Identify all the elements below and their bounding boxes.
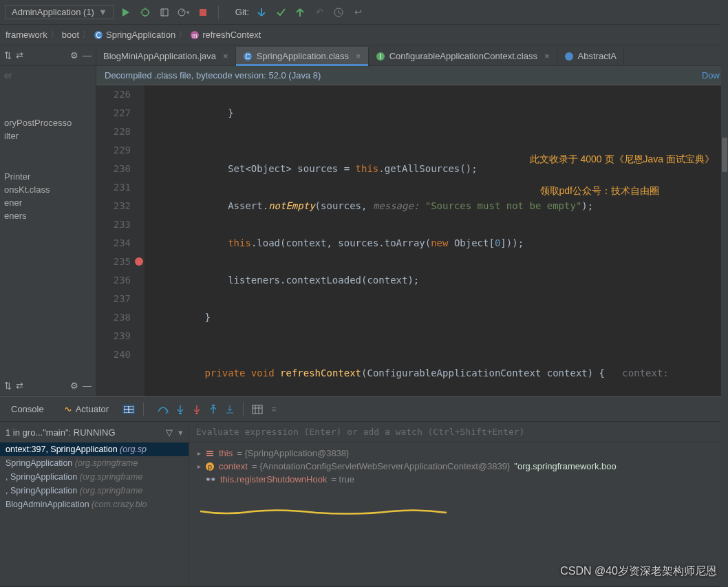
minimize-icon[interactable]: — — [83, 50, 92, 61]
tree-item[interactable]: onsKt.class — [0, 183, 96, 196]
frame-item[interactable]: SpringApplication (org.springframe — [0, 456, 189, 470]
debug-body: 1 in gro..."main": RUNNING ▽ ▾ ontext:39… — [0, 422, 728, 586]
coverage-icon[interactable] — [158, 6, 171, 19]
tree-item[interactable]: ilter — [0, 129, 96, 142]
debug-toolbar: Console Actuator ≡ — [0, 397, 728, 422]
tree-item[interactable]: ener — [0, 196, 96, 209]
layout-icon[interactable] — [122, 405, 135, 414]
step-out-icon[interactable] — [208, 405, 218, 414]
variable-row[interactable]: ▸ 👓 this.registerShutdownHook = true — [195, 473, 722, 486]
filter-icon[interactable]: ▽ — [166, 427, 173, 438]
frame-item[interactable]: ontext:397, SpringApplication (org.sp — [0, 442, 189, 456]
svg-point-12 — [565, 52, 573, 61]
structure-toolbar-2: ⇅ ⇄ ⚙ — — [0, 376, 96, 396]
run-config-combo[interactable]: AdminApplication (1) ▼ — [6, 5, 114, 19]
tab-file[interactable]: IConfigurableApplicationContext.class× — [369, 47, 557, 65]
evaluate-input[interactable]: Evaluate expression (Enter) or add a wat… — [189, 422, 728, 442]
code-line: private void refreshContext(Configurable… — [144, 364, 728, 383]
breadcrumb-item[interactable]: framework — [6, 30, 47, 40]
force-step-into-icon[interactable] — [192, 405, 202, 414]
filter-icon[interactable]: ⇄ — [16, 50, 23, 61]
debug-panel: Console Actuator ≡ 1 in gro..."main": RU… — [0, 396, 728, 586]
frame-item[interactable]: , SpringApplication (org.springframe — [0, 470, 189, 484]
run-to-cursor-icon[interactable] — [225, 405, 235, 414]
svg-rect-20 — [206, 455, 213, 456]
download-sources-link[interactable]: Dow — [702, 70, 720, 81]
tab-file[interactable]: AbstractA — [557, 47, 624, 65]
thread-selector[interactable]: 1 in gro..."main": RUNNING ▽ ▾ — [0, 422, 189, 442]
step-into-icon[interactable] — [175, 405, 185, 414]
profile-icon[interactable]: ▾ — [177, 6, 191, 19]
chevron-down-icon: ▼ — [98, 7, 107, 17]
frames-list[interactable]: ontext:397, SpringApplication (org.spSpr… — [0, 442, 189, 586]
git-label: Git: — [235, 7, 249, 17]
chevron-right-icon: 〉 — [82, 29, 91, 41]
code-line: listeners.contextLoaded(context); — [144, 271, 728, 290]
line-gutter[interactable]: 2262272282292302312322332342352362372382… — [96, 85, 144, 396]
git-push-icon[interactable] — [293, 6, 307, 19]
separator — [218, 6, 219, 19]
code-line: this.load(context, sources.toArray(new O… — [144, 234, 728, 253]
chevron-right-icon: 〉 — [50, 29, 59, 41]
chevron-down-icon[interactable]: ▾ — [178, 427, 183, 438]
variables-panel: Evaluate expression (Enter) or add a wat… — [189, 422, 728, 586]
git-pull-icon[interactable] — [255, 6, 268, 19]
frame-item[interactable]: , SpringApplication (org.springframe — [0, 484, 189, 498]
gear-icon[interactable]: ⚙ — [70, 50, 78, 61]
evaluate-icon[interactable] — [252, 405, 263, 414]
variable-row[interactable]: ▸ p context = {AnnotationConfigServletWe… — [195, 460, 722, 473]
git-revert-icon[interactable]: ↩ — [351, 6, 365, 19]
svg-text:p: p — [208, 463, 212, 471]
editor-body[interactable]: 2262272282292302312322332342352362372382… — [96, 85, 728, 396]
breadcrumb-item[interactable]: mrefreshContext — [190, 30, 261, 40]
gear-icon[interactable]: ⚙ — [70, 381, 78, 391]
stop-icon[interactable] — [196, 6, 210, 19]
breadcrumb: framework 〉 boot 〉 CSpringApplication 〉 … — [0, 25, 728, 45]
tree-item[interactable]: er — [0, 69, 96, 82]
filter-icon[interactable]: ⇄ — [16, 381, 23, 391]
variable-row[interactable]: ▸ this = {SpringApplication@3838} — [195, 447, 722, 460]
svg-text:m: m — [192, 32, 197, 39]
debug-icon[interactable] — [138, 6, 152, 19]
run-config-label: AdminApplication (1) — [12, 7, 94, 17]
svg-text:C: C — [96, 32, 100, 39]
close-icon[interactable]: × — [356, 51, 361, 61]
svg-rect-17 — [253, 405, 262, 414]
sort-icon[interactable]: ⇅ — [4, 381, 12, 391]
console-tab[interactable]: Console — [6, 401, 50, 417]
tab-file[interactable]: BlogMiniAppApplication.java× — [96, 47, 236, 65]
svg-rect-16 — [212, 405, 215, 406]
tree-item[interactable]: eners — [0, 209, 96, 222]
tree-item[interactable]: Printer — [0, 170, 96, 183]
svg-rect-2 — [200, 9, 206, 16]
banner-text: Decompiled .class file, bytecode version… — [105, 70, 321, 81]
tab-file[interactable]: CSpringApplication.class× — [236, 47, 369, 65]
structure-panel: ⇅ ⇄ ⚙ — er oryPostProcesso ilter Printer… — [0, 45, 96, 396]
structure-toolbar: ⇅ ⇄ ⚙ — — [0, 45, 96, 66]
step-over-icon[interactable] — [158, 405, 169, 414]
git-rollback-icon[interactable]: ↶ — [312, 6, 326, 19]
code-area[interactable]: } Set<Object> sources = this.getAllSourc… — [144, 85, 728, 396]
breakpoint-icon[interactable] — [135, 257, 143, 266]
git-history-icon[interactable] — [332, 6, 345, 19]
minimize-icon[interactable]: — — [83, 381, 92, 391]
git-commit-icon[interactable] — [274, 6, 288, 19]
breadcrumb-item[interactable]: boot — [62, 30, 79, 40]
actuator-tab[interactable]: Actuator — [58, 401, 114, 417]
breadcrumb-item[interactable]: CSpringApplication — [94, 30, 175, 40]
close-icon[interactable]: × — [544, 51, 550, 61]
svg-point-0 — [142, 9, 149, 16]
svg-rect-18 — [206, 451, 213, 452]
run-icon[interactable] — [119, 6, 133, 19]
structure-tree[interactable]: er oryPostProcesso ilter Printer onsKt.c… — [0, 66, 96, 376]
sort-icon[interactable]: ⇅ — [4, 50, 12, 61]
chevron-right-icon: 〉 — [178, 29, 187, 41]
close-icon[interactable]: × — [223, 51, 228, 61]
frame-item[interactable]: BlogAdminApplication (com.crazy.blo — [0, 498, 189, 511]
debug-step-icons — [158, 405, 235, 414]
svg-rect-19 — [206, 453, 213, 454]
watermark: CSDN @40岁资深老架构师尼恩 — [560, 564, 717, 579]
tree-item[interactable]: oryPostProcesso — [0, 116, 96, 129]
frames-panel: 1 in gro..."main": RUNNING ▽ ▾ ontext:39… — [0, 422, 189, 586]
trace-icon[interactable]: ≡ — [271, 404, 277, 414]
